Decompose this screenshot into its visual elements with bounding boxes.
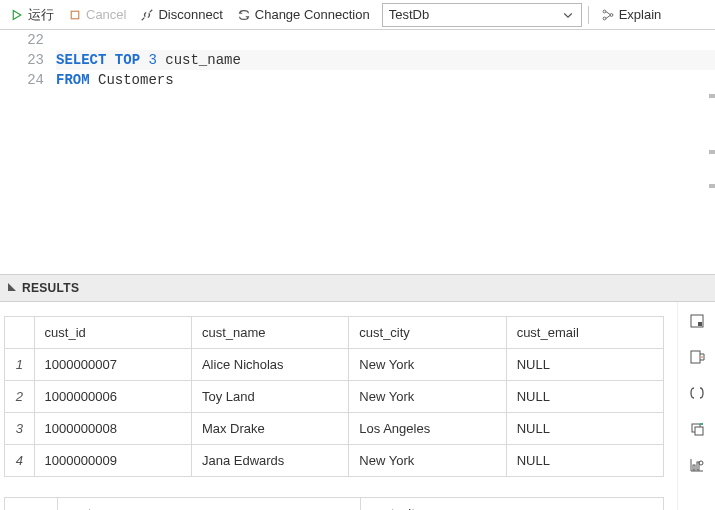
row-number[interactable]: 3 — [5, 413, 35, 445]
results-tables: cust_id cust_name cust_city cust_email 1… — [0, 302, 677, 510]
sql-editor[interactable]: 222324 SELECT TOP 3 cust_nameFROM Custom… — [0, 30, 715, 274]
cell[interactable]: NULL — [506, 445, 663, 477]
token — [157, 52, 165, 68]
cell[interactable]: Alice Nicholas — [191, 349, 348, 381]
cell[interactable]: Jana Edwards — [191, 445, 348, 477]
table-header-row: cust_name cust_city — [5, 498, 664, 511]
line-number: 24 — [0, 70, 44, 90]
explain-button[interactable]: Explain — [595, 5, 668, 24]
token — [90, 72, 98, 88]
code-line[interactable]: SELECT TOP 3 cust_name — [56, 50, 715, 70]
code-line[interactable]: FROM Customers — [56, 70, 715, 90]
disconnect-icon — [140, 8, 154, 22]
token: 3 — [148, 52, 156, 68]
corner-cell — [5, 317, 35, 349]
disconnect-label: Disconnect — [158, 7, 222, 22]
stop-icon — [68, 8, 82, 22]
database-select[interactable]: TestDb — [382, 3, 582, 27]
token: Customers — [98, 72, 174, 88]
corner-cell — [5, 498, 58, 511]
cell[interactable]: NULL — [506, 413, 663, 445]
row-number[interactable]: 2 — [5, 381, 35, 413]
table-row[interactable]: 41000000009Jana EdwardsNew YorkNULL — [5, 445, 664, 477]
token: cust_name — [165, 52, 241, 68]
column-header[interactable]: cust_name — [57, 498, 360, 511]
editor-code[interactable]: SELECT TOP 3 cust_nameFROM Customers — [56, 30, 715, 274]
cell[interactable]: Toy Land — [191, 381, 348, 413]
svg-rect-8 — [695, 427, 703, 435]
results-table-2: cust_name cust_city — [4, 497, 664, 510]
results-side-toolbar — [677, 302, 715, 510]
disconnect-button[interactable]: Disconnect — [134, 5, 228, 24]
token — [106, 52, 114, 68]
cell[interactable]: New York — [349, 349, 506, 381]
svg-point-3 — [610, 13, 613, 16]
toolbar: 运行 Cancel Disconnect Change Connection T… — [0, 0, 715, 30]
change-connection-label: Change Connection — [255, 7, 370, 22]
save-csv-icon[interactable] — [688, 312, 706, 330]
run-label: 运行 — [28, 6, 54, 24]
cell[interactable]: NULL — [506, 381, 663, 413]
cancel-label: Cancel — [86, 7, 126, 22]
table-row[interactable]: 11000000007Alice NicholasNew YorkNULL — [5, 349, 664, 381]
cell[interactable]: Max Drake — [191, 413, 348, 445]
play-icon — [10, 8, 24, 22]
results-header-text: RESULTS — [22, 281, 79, 295]
svg-point-11 — [699, 461, 703, 465]
cell[interactable]: New York — [349, 381, 506, 413]
results-table-1: cust_id cust_name cust_city cust_email 1… — [4, 316, 664, 477]
line-number: 22 — [0, 30, 44, 50]
change-connection-button[interactable]: Change Connection — [231, 5, 376, 24]
row-number[interactable]: 4 — [5, 445, 35, 477]
save-json-icon[interactable] — [688, 384, 706, 402]
column-header[interactable]: cust_id — [34, 317, 191, 349]
svg-rect-9 — [693, 465, 695, 470]
token: SELECT — [56, 52, 106, 68]
code-line[interactable] — [56, 30, 715, 50]
explain-icon — [601, 8, 615, 22]
table-row[interactable]: 31000000008Max DrakeLos AngelesNULL — [5, 413, 664, 445]
results-panel-header[interactable]: RESULTS — [0, 274, 715, 302]
copy-icon[interactable] — [688, 420, 706, 438]
editor-gutter: 222324 — [0, 30, 56, 274]
expand-icon — [8, 283, 16, 291]
line-number: 23 — [0, 50, 44, 70]
cell[interactable]: New York — [349, 445, 506, 477]
separator — [588, 6, 589, 24]
cell[interactable]: 1000000008 — [34, 413, 191, 445]
cell[interactable]: 1000000009 — [34, 445, 191, 477]
explain-label: Explain — [619, 7, 662, 22]
cell[interactable]: NULL — [506, 349, 663, 381]
svg-point-2 — [603, 17, 606, 20]
results-title: RESULTS — [8, 281, 79, 295]
svg-rect-5 — [698, 322, 702, 326]
column-header[interactable]: cust_email — [506, 317, 663, 349]
database-selected-value: TestDb — [389, 7, 429, 22]
cell[interactable]: 1000000006 — [34, 381, 191, 413]
svg-rect-6 — [691, 351, 700, 363]
chart-icon[interactable] — [688, 456, 706, 474]
token: TOP — [115, 52, 140, 68]
table-header-row: cust_id cust_name cust_city cust_email — [5, 317, 664, 349]
column-header[interactable]: cust_name — [191, 317, 348, 349]
svg-point-1 — [603, 10, 606, 13]
cancel-button[interactable]: Cancel — [62, 5, 132, 24]
cell[interactable]: 1000000007 — [34, 349, 191, 381]
column-header[interactable]: cust_city — [360, 498, 663, 511]
table-row[interactable]: 21000000006Toy LandNew YorkNULL — [5, 381, 664, 413]
row-number[interactable]: 1 — [5, 349, 35, 381]
run-button[interactable]: 运行 — [4, 4, 60, 26]
column-header[interactable]: cust_city — [349, 317, 506, 349]
token: FROM — [56, 72, 90, 88]
results-area: cust_id cust_name cust_city cust_email 1… — [0, 302, 715, 510]
change-connection-icon — [237, 8, 251, 22]
chevron-down-icon — [561, 8, 575, 22]
save-excel-icon[interactable] — [688, 348, 706, 366]
svg-rect-0 — [71, 11, 79, 19]
cell[interactable]: Los Angeles — [349, 413, 506, 445]
